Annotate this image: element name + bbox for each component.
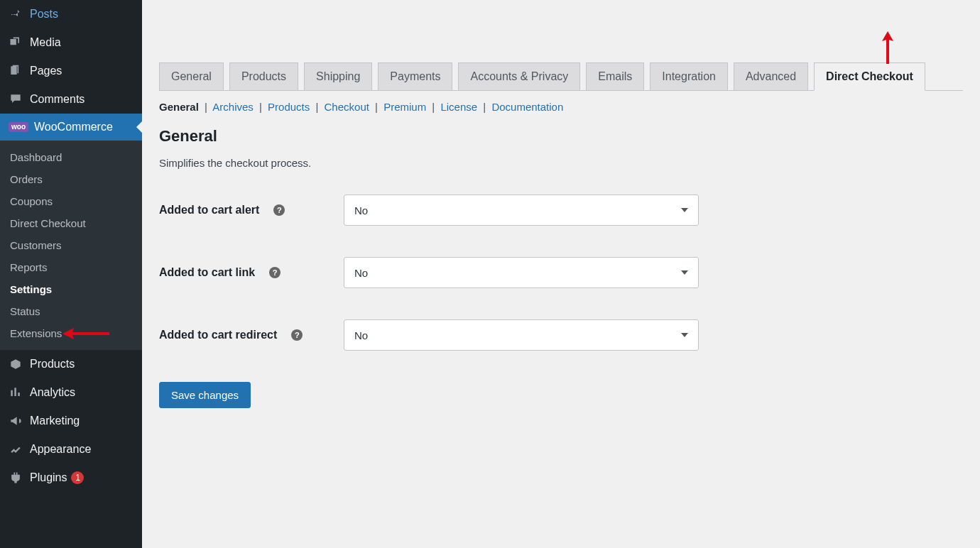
tab-accounts[interactable]: Accounts & Privacy [458, 62, 580, 91]
appearance-icon [9, 442, 23, 456]
submenu-direct-checkout[interactable]: Direct Checkout [0, 212, 142, 234]
select-value: No [354, 329, 368, 341]
sidebar-item-products[interactable]: Products [0, 350, 142, 378]
section-title: General [159, 127, 963, 146]
analytics-icon [9, 385, 23, 400]
tab-advanced[interactable]: Advanced [734, 62, 808, 91]
subtab-products[interactable]: Products [268, 101, 310, 113]
submenu-extensions[interactable]: Extensions [0, 322, 142, 344]
section-description: Simplifies the checkout process. [159, 157, 963, 169]
subtab-premium[interactable]: Premium [383, 101, 426, 113]
tab-emails[interactable]: Emails [586, 62, 644, 91]
sidebar-item-posts[interactable]: Posts [0, 0, 142, 28]
help-icon[interactable]: ? [269, 267, 281, 278]
save-button[interactable]: Save changes [159, 382, 251, 408]
tab-general[interactable]: General [159, 62, 224, 91]
tab-payments[interactable]: Payments [378, 62, 452, 91]
sidebar-item-pages[interactable]: Pages [0, 57, 142, 85]
form-row-alert: Added to cart alert ? No [159, 194, 963, 226]
settings-form: Added to cart alert ? No Added to cart l… [159, 194, 963, 351]
select-cart-redirect[interactable]: No [344, 319, 699, 351]
sidebar-label: Products [30, 358, 75, 371]
settings-tabs: General Products Shipping Payments Accou… [159, 62, 963, 91]
sidebar-item-comments[interactable]: Comments [0, 85, 142, 114]
submenu-settings[interactable]: Settings [0, 278, 142, 300]
submenu-coupons[interactable]: Coupons [0, 190, 142, 212]
woocommerce-submenu: Dashboard Orders Coupons Direct Checkout… [0, 141, 142, 350]
sidebar-label: Pages [30, 65, 62, 77]
tab-direct-checkout[interactable]: Direct Checkout [814, 62, 925, 91]
subtab-license[interactable]: License [440, 101, 477, 113]
label-cart-redirect: Added to cart redirect [159, 329, 277, 341]
sidebar-label: Comments [30, 93, 85, 106]
submenu-reports[interactable]: Reports [0, 256, 142, 278]
active-indicator-icon [136, 121, 142, 133]
help-icon[interactable]: ? [273, 204, 285, 216]
woocommerce-icon: woo [9, 122, 28, 132]
admin-sidebar: Posts Media Pages Comments woo WooCommer… [0, 0, 142, 548]
settings-subtabs: General | Archives | Products | Checkout… [159, 91, 963, 127]
select-value: No [354, 204, 368, 217]
sidebar-label: Posts [30, 8, 58, 21]
sidebar-item-woocommerce[interactable]: woo WooCommerce [0, 114, 142, 141]
sidebar-item-media[interactable]: Media [0, 28, 142, 57]
chevron-down-icon [681, 333, 688, 337]
main-content: General Products Shipping Payments Accou… [142, 0, 980, 548]
plugins-icon [9, 471, 23, 485]
marketing-icon [9, 414, 23, 428]
comment-icon [9, 92, 23, 106]
chevron-down-icon [681, 270, 688, 275]
plugin-count-badge: 1 [71, 471, 84, 484]
form-row-redirect: Added to cart redirect ? No [159, 319, 963, 351]
subtab-checkout[interactable]: Checkout [325, 101, 369, 113]
subtab-general[interactable]: General [159, 101, 199, 113]
submenu-dashboard[interactable]: Dashboard [0, 146, 142, 168]
sidebar-item-appearance[interactable]: Appearance [0, 435, 142, 464]
tab-shipping[interactable]: Shipping [304, 62, 372, 91]
sidebar-label: Appearance [30, 443, 91, 456]
submenu-status[interactable]: Status [0, 300, 142, 322]
tab-integration[interactable]: Integration [650, 62, 728, 91]
submenu-customers[interactable]: Customers [0, 234, 142, 256]
select-cart-alert[interactable]: No [344, 194, 699, 226]
annotation-arrow-up-icon [879, 30, 896, 65]
media-icon [9, 35, 23, 50]
sidebar-item-plugins[interactable]: Plugins 1 [0, 464, 142, 492]
sidebar-label: Marketing [30, 415, 80, 427]
label-cart-link: Added to cart link [159, 266, 255, 279]
form-row-link: Added to cart link ? No [159, 257, 963, 288]
help-icon[interactable]: ? [291, 329, 303, 341]
subtab-archives[interactable]: Archives [212, 101, 254, 113]
tab-products[interactable]: Products [229, 62, 298, 91]
label-cart-alert: Added to cart alert [159, 204, 259, 217]
pages-icon [9, 64, 23, 78]
sidebar-item-marketing[interactable]: Marketing [0, 407, 142, 435]
select-cart-link[interactable]: No [344, 257, 699, 288]
products-icon [9, 357, 23, 371]
subtab-documentation[interactable]: Documentation [491, 101, 563, 113]
sidebar-label: Analytics [30, 386, 75, 399]
sidebar-label: WooCommerce [34, 121, 113, 133]
submenu-orders[interactable]: Orders [0, 168, 142, 190]
sidebar-item-analytics[interactable]: Analytics [0, 378, 142, 407]
select-value: No [354, 267, 368, 279]
sidebar-label: Media [30, 36, 61, 49]
sidebar-label: Plugins [30, 471, 67, 484]
pin-icon [9, 7, 23, 21]
chevron-down-icon [681, 208, 688, 212]
